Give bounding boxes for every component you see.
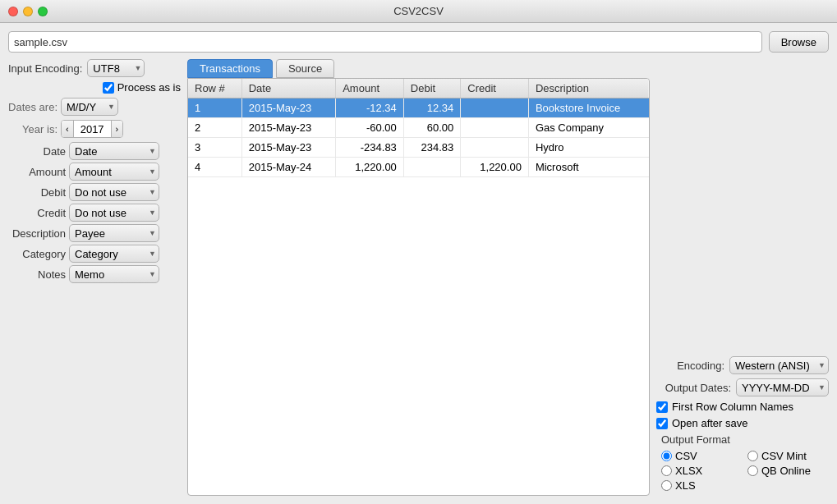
maximize-button[interactable] bbox=[38, 7, 48, 16]
format-csv-mint-label[interactable]: CSV Mint bbox=[747, 450, 829, 462]
field-select-debit[interactable]: Do not use bbox=[69, 183, 159, 201]
cell-date: 2015-May-23 bbox=[241, 138, 335, 158]
encoding-select[interactable]: UTF8 bbox=[87, 59, 145, 77]
field-label-description: Description bbox=[8, 227, 66, 240]
cell-amount: -234.83 bbox=[336, 138, 404, 158]
field-select-date[interactable]: Date bbox=[69, 142, 159, 160]
encoding-right-select[interactable]: Western (ANSI) bbox=[729, 356, 829, 374]
cell-debit bbox=[403, 158, 460, 177]
process-as-is-checkbox[interactable] bbox=[103, 82, 114, 94]
field-select-notes[interactable]: Memo bbox=[69, 265, 159, 283]
cell-amount: 1,220.00 bbox=[336, 158, 404, 177]
title-bar: CSV2CSV bbox=[0, 0, 837, 23]
format-csv-radio[interactable] bbox=[661, 451, 672, 461]
format-qb-online-text: QB Online bbox=[761, 465, 811, 477]
format-csv-mint-radio[interactable] bbox=[747, 451, 758, 461]
field-select-description[interactable]: Payee bbox=[69, 224, 159, 242]
tabs-bar: Transactions Source bbox=[187, 59, 650, 78]
year-row: Year is: ‹ 2017 › bbox=[8, 120, 181, 138]
format-xlsx-label[interactable]: XLSX bbox=[661, 465, 743, 477]
field-select-category[interactable]: Category bbox=[69, 245, 159, 263]
field-row-category: Category Category ▼ bbox=[8, 245, 181, 263]
output-dates-select[interactable]: YYYY-MM-DD bbox=[736, 378, 829, 396]
encoding-row: Input Encoding: UTF8 ▼ bbox=[8, 59, 181, 77]
format-csv-label[interactable]: CSV bbox=[661, 450, 743, 462]
field-select-amount[interactable]: Amount bbox=[69, 163, 159, 181]
field-label-date: Date bbox=[8, 145, 66, 158]
format-radio-grid: CSV CSV Mint XLSX QB Online XLS bbox=[656, 450, 829, 492]
cell-description: Hydro bbox=[528, 138, 649, 158]
tab-transactions[interactable]: Transactions bbox=[187, 59, 273, 78]
dates-row: Dates are: M/D/Y ▼ bbox=[8, 98, 181, 116]
browse-button[interactable]: Browse bbox=[769, 31, 829, 53]
field-select-credit[interactable]: Do not use bbox=[69, 204, 159, 222]
col-header-row-num: Row # bbox=[188, 79, 241, 99]
encoding-right-label: Encoding: bbox=[677, 360, 724, 372]
process-as-is-label[interactable]: Process as is bbox=[103, 81, 181, 94]
tab-source[interactable]: Source bbox=[276, 59, 334, 78]
table-row[interactable]: 4 2015-May-24 1,220.00 1,220.00 Microsof… bbox=[188, 158, 649, 177]
field-label-notes: Notes bbox=[8, 268, 66, 281]
field-select-wrapper-debit: Do not use ▼ bbox=[69, 183, 159, 201]
format-xls-text: XLS bbox=[675, 479, 696, 492]
minimize-button[interactable] bbox=[23, 7, 33, 16]
cell-date: 2015-May-23 bbox=[241, 118, 335, 138]
dates-are-select[interactable]: M/D/Y bbox=[61, 98, 118, 116]
left-panel: Input Encoding: UTF8 ▼ Process as is Dat… bbox=[8, 59, 181, 496]
app-title: CSV2CSV bbox=[393, 5, 444, 17]
format-xlsx-radio[interactable] bbox=[661, 465, 672, 476]
field-row-debit: Debit Do not use ▼ bbox=[8, 183, 181, 201]
field-select-wrapper-category: Category ▼ bbox=[69, 245, 159, 263]
year-value: 2017 bbox=[74, 123, 111, 135]
field-row-description: Description Payee ▼ bbox=[8, 224, 181, 242]
col-header-credit: Credit bbox=[461, 79, 529, 99]
cell-debit: 234.83 bbox=[403, 138, 460, 158]
field-row-credit: Credit Do not use ▼ bbox=[8, 204, 181, 222]
encoding-select-wrapper: UTF8 ▼ bbox=[87, 59, 145, 77]
field-select-wrapper-date: Date ▼ bbox=[69, 142, 159, 160]
cell-debit: 60.00 bbox=[403, 118, 460, 138]
output-dates-wrapper: YYYY-MM-DD ▼ bbox=[736, 378, 829, 396]
year-decrement-button[interactable]: ‹ bbox=[62, 121, 74, 137]
encoding-label: Input Encoding: bbox=[8, 62, 82, 75]
main-content: Browse Input Encoding: UTF8 ▼ Process as… bbox=[0, 23, 837, 504]
format-qb-online-radio[interactable] bbox=[747, 465, 758, 476]
col-header-amount: Amount bbox=[336, 79, 404, 99]
format-csv-mint-text: CSV Mint bbox=[761, 450, 807, 462]
file-path-input[interactable] bbox=[8, 31, 762, 53]
process-as-is-text: Process as is bbox=[117, 81, 181, 94]
year-stepper: ‹ 2017 › bbox=[61, 120, 123, 138]
table-row[interactable]: 1 2015-May-23 -12.34 12.34 Bookstore Inv… bbox=[188, 99, 649, 118]
col-header-date: Date bbox=[241, 79, 335, 99]
format-xls-radio[interactable] bbox=[661, 480, 672, 491]
format-xlsx-text: XLSX bbox=[675, 465, 702, 477]
table-row[interactable]: 2 2015-May-23 -60.00 60.00 Gas Company bbox=[188, 118, 649, 138]
format-xls-label[interactable]: XLS bbox=[661, 479, 743, 492]
format-qb-online-label[interactable]: QB Online bbox=[747, 465, 829, 477]
cell-amount: -60.00 bbox=[336, 118, 404, 138]
output-dates-label: Output Dates: bbox=[665, 382, 731, 394]
encoding-right-wrapper: Western (ANSI) ▼ bbox=[729, 356, 829, 374]
output-dates-row: Output Dates: YYYY-MM-DD ▼ bbox=[656, 378, 829, 396]
table-row[interactable]: 3 2015-May-23 -234.83 234.83 Hydro bbox=[188, 138, 649, 158]
body-row: Input Encoding: UTF8 ▼ Process as is Dat… bbox=[8, 59, 829, 496]
open-after-save-checkbox[interactable] bbox=[656, 418, 668, 429]
cell-date: 2015-May-23 bbox=[241, 99, 335, 118]
cell-description: Bookstore Invoice bbox=[528, 99, 649, 118]
col-header-description: Description bbox=[528, 79, 649, 99]
field-label-debit: Debit bbox=[8, 186, 66, 199]
data-table-container: Row # Date Amount Debit Credit Descripti… bbox=[187, 78, 650, 496]
field-row-notes: Notes Memo ▼ bbox=[8, 265, 181, 283]
close-button[interactable] bbox=[8, 7, 18, 16]
field-row-date: Date Date ▼ bbox=[8, 142, 181, 160]
field-row-amount: Amount Amount ▼ bbox=[8, 163, 181, 181]
open-after-save-label: Open after save bbox=[672, 417, 748, 429]
cell-debit: 12.34 bbox=[403, 99, 460, 118]
file-row: Browse bbox=[8, 31, 829, 53]
open-after-save-row: Open after save bbox=[656, 417, 829, 429]
first-row-col-checkbox[interactable] bbox=[656, 401, 668, 413]
field-select-wrapper-amount: Amount ▼ bbox=[69, 163, 159, 181]
field-rows: Date Date ▼ Amount Amount bbox=[8, 142, 181, 283]
year-increment-button[interactable]: › bbox=[111, 121, 123, 137]
encoding-right-row: Encoding: Western (ANSI) ▼ bbox=[656, 356, 829, 374]
